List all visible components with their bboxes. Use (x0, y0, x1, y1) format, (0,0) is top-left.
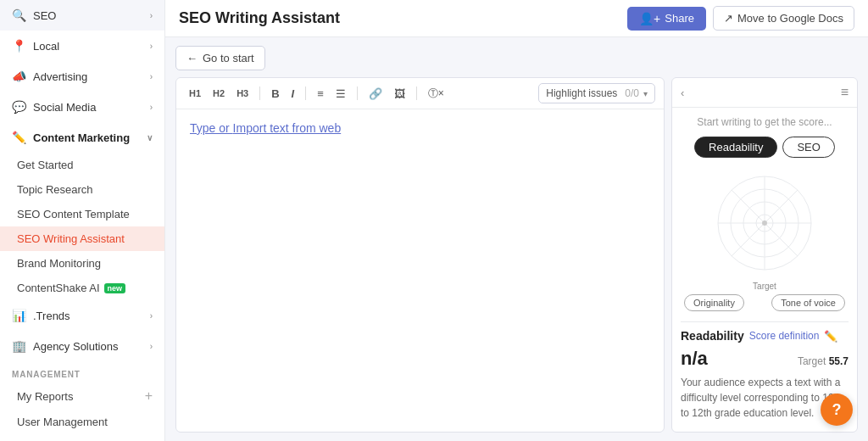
tab-readability[interactable]: Readability (694, 137, 777, 158)
chevron-down-icon: ▾ (643, 89, 648, 98)
chevron-right-icon: › (150, 42, 153, 51)
sidebar-item-topic-research[interactable]: Topic Research (0, 177, 164, 202)
sidebar-item-brand-monitoring[interactable]: Brand Monitoring (0, 251, 164, 276)
import-link[interactable]: Import text from web (233, 121, 342, 135)
page-title: SEO Writing Assistant (179, 9, 340, 27)
sidebar-item-contentshake-ai[interactable]: ContentShake AI new (0, 276, 164, 300)
originality-label[interactable]: Originality (684, 294, 744, 311)
sidebar-item-advertising[interactable]: 📣 Advertising › (0, 61, 164, 92)
management-label: MANAGEMENT (0, 361, 164, 382)
score-value: n/a (681, 348, 708, 370)
sidebar-item-label: .Trends (33, 310, 70, 322)
sidebar-item-label: Content Marketing (33, 131, 130, 144)
highlight-issues-dropdown[interactable]: Highlight issues 0/0 ▾ (538, 83, 655, 103)
sidebar-item-my-reports[interactable]: My Reports + (0, 382, 164, 410)
social-icon: 💬 (12, 100, 26, 114)
sidebar-item-label: Local (33, 40, 59, 53)
sidebar-item-label: Advertising (33, 70, 87, 83)
sidebar-item-notes[interactable]: Notes (0, 434, 164, 441)
sidebar-item-social-media[interactable]: 💬 Social Media › (0, 92, 164, 122)
chevron-down-icon: ∨ (147, 133, 153, 142)
toolbar-separator-2 (305, 87, 306, 100)
clear-icon: Ⓣ× (428, 87, 444, 101)
clear-formatting-button[interactable]: Ⓣ× (424, 84, 448, 103)
seo-icon: 🔍 (12, 8, 26, 22)
main-content: SEO Writing Assistant 👤+ Share ↗ Move to… (165, 0, 868, 441)
divider (681, 321, 849, 322)
trends-icon: 📊 (12, 309, 26, 322)
sidebar-item-label: Agency Solutions (33, 340, 118, 353)
sidebar-item-label: SEO (33, 9, 56, 22)
sidebar-item-content-marketing[interactable]: ✏️ Content Marketing ∨ (0, 122, 164, 153)
help-button[interactable]: ? (821, 394, 853, 426)
panel-collapse-button[interactable]: ‹ (681, 87, 684, 99)
new-badge: new (104, 283, 126, 293)
right-panel: ‹ ≡ Start writing to get the score... Re… (671, 77, 858, 433)
right-panel-header: ‹ ≡ (672, 78, 857, 108)
score-hint: Start writing to get the score... (681, 116, 849, 128)
toolbar-separator-3 (357, 87, 358, 100)
edit-icon[interactable]: ✏️ (824, 330, 837, 343)
share-icon: 👤+ (639, 12, 660, 25)
top-header: SEO Writing Assistant 👤+ Share ↗ Move to… (165, 0, 868, 37)
google-docs-icon: ↗ (724, 12, 733, 25)
chevron-right-icon: › (150, 103, 153, 112)
heading-h2-button[interactable]: H2 (209, 86, 229, 101)
target-value: Target 55.7 (798, 355, 849, 367)
toolbar-separator-4 (416, 87, 417, 100)
heading-h3-button[interactable]: H3 (232, 86, 253, 101)
go-to-start-bar: ← Go to start (175, 46, 858, 70)
sidebar-item-user-management[interactable]: User Management (0, 410, 164, 434)
sidebar-item-seo[interactable]: 🔍 SEO › (0, 0, 164, 31)
italic-button[interactable]: I (287, 85, 299, 103)
readability-title: Readability (681, 329, 744, 343)
sidebar-item-trends[interactable]: 📊 .Trends › (0, 300, 164, 331)
sidebar-item-seo-writing-assistant[interactable]: SEO Writing Assistant (0, 226, 164, 251)
google-docs-button[interactable]: ↗ Move to Google Docs (713, 6, 854, 31)
link-button[interactable]: 🔗 (364, 85, 387, 103)
sidebar: 🔍 SEO › 📍 Local › 📣 Advertising › 💬 Soci… (0, 0, 165, 441)
go-to-start-button[interactable]: ← Go to start (175, 46, 265, 70)
add-report-button[interactable]: + (145, 388, 153, 404)
radar-labels: Originality Tone of voice (681, 294, 849, 311)
sidebar-item-agency-solutions[interactable]: 🏢 Agency Solutions › (0, 331, 164, 361)
share-button[interactable]: 👤+ Share (627, 7, 706, 31)
unordered-list-button[interactable]: ☰ (331, 85, 350, 103)
unordered-list-icon: ☰ (336, 87, 346, 100)
arrow-left-icon: ← (186, 52, 198, 64)
content-marketing-icon: ✏️ (12, 131, 26, 144)
svg-point-8 (762, 220, 767, 226)
bold-button[interactable]: B (267, 85, 283, 103)
editor-body[interactable]: Type or Import text from web (176, 109, 664, 432)
editor-area: ← Go to start H1 H2 H3 (165, 37, 868, 441)
sidebar-item-local[interactable]: 📍 Local › (0, 31, 164, 61)
chevron-right-icon: › (150, 311, 153, 321)
radar-svg (697, 168, 832, 278)
score-row: n/a Target 55.7 (681, 348, 849, 370)
tone-of-voice-label[interactable]: Tone of voice (771, 294, 845, 311)
radar-chart (681, 168, 849, 278)
text-editor: H1 H2 H3 B I (175, 77, 665, 433)
agency-icon: 🏢 (12, 339, 26, 353)
score-definition-link[interactable]: Score definition (749, 330, 820, 342)
image-icon: 🖼 (394, 87, 405, 100)
sidebar-item-seo-content-template[interactable]: SEO Content Template (0, 202, 164, 226)
right-panel-body: Start writing to get the score... Readab… (672, 108, 857, 432)
ordered-list-button[interactable]: ≡ (313, 85, 328, 103)
heading-h1-button[interactable]: H1 (185, 86, 205, 101)
panel-menu-button[interactable]: ≡ (841, 85, 849, 100)
advertising-icon: 📣 (12, 70, 26, 83)
link-icon: 🔗 (369, 87, 382, 100)
ordered-list-icon: ≡ (317, 87, 324, 100)
editor-panel: H1 H2 H3 B I (175, 77, 858, 433)
chevron-right-icon: › (150, 72, 153, 81)
chevron-right-icon: › (150, 342, 153, 351)
target-label: Target (681, 282, 849, 291)
local-icon: 📍 (12, 39, 26, 53)
toolbar-separator (259, 87, 260, 100)
tab-seo[interactable]: SEO (782, 137, 834, 158)
image-button[interactable]: 🖼 (390, 85, 409, 103)
score-tabs: Readability SEO (681, 137, 849, 158)
readability-header: Readability Score definition ✏️ (681, 329, 849, 343)
sidebar-item-get-started[interactable]: Get Started (0, 153, 164, 177)
